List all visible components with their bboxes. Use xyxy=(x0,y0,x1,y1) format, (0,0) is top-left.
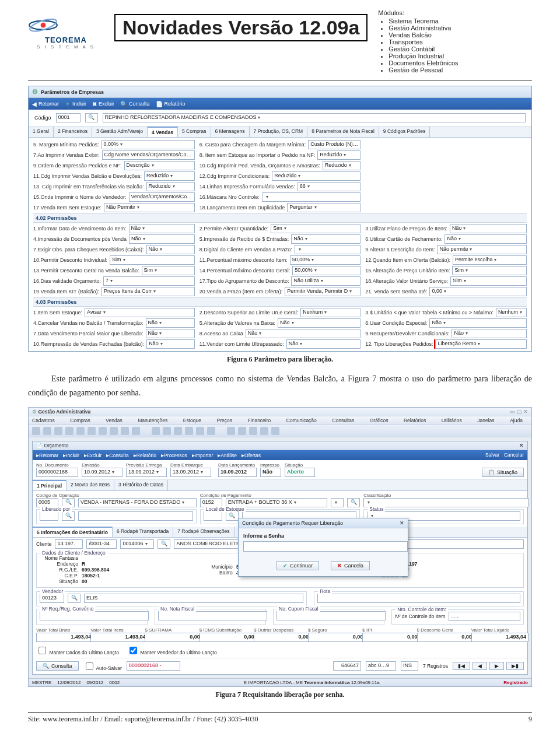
toolbar-icon[interactable] xyxy=(43,427,51,435)
subwindow-close[interactable]: ✕ xyxy=(519,443,524,448)
tab-7-produção,-os,-crm[interactable]: 7 Produção, OS, CRM xyxy=(250,127,308,137)
menu-manutenções[interactable]: Manutenções xyxy=(138,418,167,423)
codigo-input[interactable]: 0001 xyxy=(56,113,80,122)
cancelar-button[interactable]: Cancelar xyxy=(504,452,524,458)
tab-2-movto-dos-itens[interactable]: 2 Movto dos Itens xyxy=(66,480,114,490)
toolbar-icon[interactable] xyxy=(76,427,85,435)
field-input[interactable]: 66 xyxy=(298,182,361,191)
tab-2-financeiros[interactable]: 2 Financeiros xyxy=(54,127,92,137)
toolbar-icon[interactable] xyxy=(54,427,62,435)
field-input[interactable]: Não xyxy=(429,318,527,328)
relatorio-button[interactable]: 📄Relatório xyxy=(156,101,186,107)
field-input[interactable]: Descrição xyxy=(124,161,195,170)
field-input[interactable]: Não Utiliza xyxy=(291,276,360,286)
reqconv-input[interactable] xyxy=(40,611,149,620)
field-input[interactable]: 7 xyxy=(103,276,195,286)
auto-salvar-check[interactable]: Auto-Salvar xyxy=(83,661,122,672)
menu-vendas[interactable]: Vendas xyxy=(106,418,122,423)
tab-4-vendas[interactable]: 4 Vendas xyxy=(148,127,178,137)
notafiscal-input[interactable] xyxy=(158,611,267,620)
cancela-button[interactable]: ✖Cancela xyxy=(331,561,370,570)
field-input[interactable]: Não xyxy=(291,234,360,244)
tab-1-principal[interactable]: 1 Principal xyxy=(33,480,66,490)
menu-compras[interactable]: Compras xyxy=(70,418,90,423)
toolbar-icon[interactable] xyxy=(132,427,140,435)
importar-button[interactable]: ▸Importar xyxy=(192,452,214,458)
field-input[interactable]: Perguntar xyxy=(287,203,360,212)
menu-comunicação[interactable]: Comunicação xyxy=(286,418,317,423)
vendedor-code[interactable]: 00123 xyxy=(40,594,64,603)
liberado-name[interactable] xyxy=(78,511,193,521)
menu-consultas[interactable]: Consultas xyxy=(332,418,354,423)
field-input[interactable]: Permitir Venda, Permitir D xyxy=(285,287,360,296)
tab-5-compras[interactable]: 5 Compras xyxy=(178,127,211,137)
field-input[interactable]: Não xyxy=(146,339,195,349)
tab-1-geral[interactable]: 1 Geral xyxy=(29,127,54,137)
field-input[interactable]: Sim xyxy=(142,266,195,275)
field-input[interactable] xyxy=(295,245,361,254)
field-input[interactable]: Nenhum xyxy=(300,308,360,317)
toolbar-icon[interactable] xyxy=(99,427,107,435)
field-input[interactable]: Reduzido xyxy=(323,161,361,170)
field-input[interactable]: Nenhum xyxy=(496,308,527,317)
tab-9-códigos-padrões[interactable]: 9 Códigos Padrões xyxy=(379,127,430,137)
field-input[interactable] xyxy=(262,192,361,202)
liberado-search[interactable]: 🔍 xyxy=(62,511,75,521)
consulta-button[interactable]: 🔍Consulta xyxy=(120,101,150,107)
toolbar-icon[interactable] xyxy=(271,427,279,435)
menu-relatórios[interactable]: Relatórios xyxy=(404,418,426,423)
retornar-button[interactable]: ▸Retornar xyxy=(36,452,58,458)
toolbar-icon[interactable] xyxy=(207,427,215,435)
field-input[interactable]: Reduzido xyxy=(317,150,360,160)
tab-3-gestão-adm/varejo[interactable]: 3 Gestão Adm/Varejo xyxy=(92,127,148,137)
field-input[interactable]: 50,00% xyxy=(290,255,361,265)
vendedor-search[interactable]: 🔍 xyxy=(68,594,80,603)
tab-7-rodapé-observações[interactable]: 7 Rodapé Observações xyxy=(173,527,234,537)
toolbar-icon[interactable] xyxy=(227,427,235,435)
toolbar-icon[interactable] xyxy=(260,427,268,435)
menu-gráficos[interactable]: Gráficos xyxy=(370,418,388,423)
field-input[interactable]: Preços Itens da Corr xyxy=(102,287,195,296)
incluir-button[interactable]: ▸Incluir xyxy=(63,452,79,458)
incluir-button[interactable]: ＋Incluir xyxy=(65,100,86,108)
rota-input[interactable] xyxy=(317,594,520,603)
tab-6-rodapé-transportada[interactable]: 6 Rodapé Transportada xyxy=(113,527,173,537)
menu-financeiro[interactable]: Financeiro xyxy=(248,418,271,423)
field-input[interactable]: Não xyxy=(452,329,527,338)
relatório-button[interactable]: ▸Relatório xyxy=(134,452,156,458)
tab-8-parametros-de-nota-fiscal[interactable]: 8 Parametros de Nota Fiscal xyxy=(307,127,379,137)
codigo-op-name[interactable]: VENDA - INTERNAS - FORA DO ESTADO xyxy=(78,498,197,507)
toolbar-icon[interactable] xyxy=(121,427,129,435)
toolbar-icon[interactable] xyxy=(110,427,118,435)
excluir-button[interactable]: ▸Excluir xyxy=(84,452,102,458)
local-estoque-code[interactable] xyxy=(204,511,222,521)
pager-next[interactable]: ▶ xyxy=(489,662,504,670)
consulta-btn2[interactable]: 🔍 Consulta xyxy=(36,661,79,671)
menu-janelas[interactable]: Janelas xyxy=(477,418,494,423)
manter-dados-check[interactable]: Manter Dados do Último Lançto xyxy=(36,645,119,656)
field-input[interactable]: Sim xyxy=(271,224,360,233)
cliente-search[interactable]: 🔍 xyxy=(158,539,170,549)
menu-estoque[interactable]: Estoque xyxy=(183,418,201,423)
field-input[interactable]: 0,00% xyxy=(102,140,195,149)
cond-pag-extra[interactable] xyxy=(331,498,344,507)
field-input[interactable]: Não permite xyxy=(437,245,527,254)
liberado-code[interactable] xyxy=(40,511,58,521)
codigo-search-button[interactable]: 🔍 xyxy=(85,113,98,122)
data-embarque-input[interactable]: 13.09.2012 xyxy=(170,468,211,477)
toolbar-icon[interactable] xyxy=(174,427,182,435)
retornar-button[interactable]: ◀Retornar xyxy=(32,101,59,107)
manter-vend-check[interactable]: Manter Vendedor do Último Lançto xyxy=(127,645,217,656)
tab-6-mensagens[interactable]: 6 Mensagens xyxy=(211,127,250,137)
field-input[interactable]: Sim xyxy=(110,255,195,265)
toolbar-icon[interactable] xyxy=(163,427,171,435)
toolbar-icon[interactable] xyxy=(249,427,257,435)
field-input[interactable]: Reduzido xyxy=(146,182,195,191)
field-input[interactable]: Avisar xyxy=(85,308,195,317)
análise-button[interactable]: ▸Análise xyxy=(218,452,237,458)
field-input[interactable]: Não xyxy=(146,329,195,338)
excluir-button[interactable]: ✖Excluir xyxy=(92,101,114,107)
tab-3-histórico-de-datas[interactable]: 3 Histórico de Datas xyxy=(114,480,168,490)
window-controls[interactable]: ▭ ▢ ✕ xyxy=(510,409,528,415)
processos-button[interactable]: ▸Processos xyxy=(161,452,187,458)
